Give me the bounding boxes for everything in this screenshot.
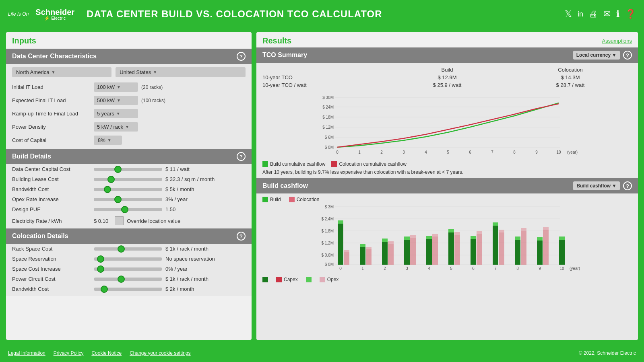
dc-capital-cost-slider[interactable] — [94, 168, 162, 171]
bandwidth-cost-slider[interactable] — [94, 188, 162, 191]
svg-rect-50 — [410, 238, 416, 265]
expected-final-it-load-unit: (100 racks) — [141, 98, 165, 103]
cashflow-bar-chart: $ 3M $ 2.4M $ 1.8M $ 1.2M $ 0.6M $ 0M — [262, 204, 632, 274]
svg-rect-62 — [477, 234, 482, 265]
power-density-dropdown[interactable]: 5 kW / rack ▼ — [94, 122, 138, 132]
svg-rect-73 — [537, 237, 543, 241]
help-icon[interactable]: ❓ — [625, 9, 636, 19]
building-lease-slider[interactable] — [94, 178, 162, 181]
power-circuit-label: Power Circuit Cost — [12, 276, 91, 282]
svg-text:$ 6M: $ 6M — [325, 135, 334, 140]
region-arrow-icon: ▼ — [51, 70, 55, 74]
rack-space-label: Rack Space Cost — [12, 246, 91, 252]
cost-of-capital-row: Cost of Capital 8% ▼ — [6, 134, 252, 149]
building-lease-value: $ 32.3 / sq m / month — [165, 176, 218, 182]
assumptions-link[interactable]: Assumptions — [602, 38, 632, 44]
colocation-help-icon[interactable]: ? — [237, 232, 246, 241]
expected-final-it-load-dropdown[interactable]: 500 kW ▼ — [94, 96, 138, 105]
data-center-help-icon[interactable]: ? — [237, 52, 246, 61]
svg-text:2: 2 — [380, 150, 383, 154]
header: Life Is On Schneider ⚡ Electric DATA CEN… — [0, 0, 644, 28]
rack-space-slider[interactable] — [94, 247, 162, 251]
svg-text:6: 6 — [469, 150, 471, 154]
svg-rect-69 — [515, 237, 520, 240]
print-icon[interactable]: 🖨 — [589, 9, 598, 19]
initial-it-load-unit: (20 racks) — [141, 84, 163, 90]
colo-bandwidth-slider[interactable] — [94, 288, 162, 291]
space-reservation-slider[interactable] — [94, 257, 162, 261]
opex-slider[interactable] — [94, 198, 162, 201]
region-select[interactable]: North America ▼ — [12, 67, 111, 77]
svg-text:$ 1.2M: $ 1.2M — [321, 241, 334, 245]
linkedin-icon[interactable]: in — [578, 10, 583, 19]
page-title: DATA CENTER BUILD VS. COLOCATION TCO CAL… — [87, 8, 565, 20]
info-icon[interactable]: ℹ — [616, 9, 619, 19]
power-circuit-slider[interactable] — [94, 278, 162, 281]
tco-chart-area: $ 30M $ 24M $ 18M $ 12M $ 6M $ 0M 0 1 — [256, 92, 638, 178]
legal-information-link[interactable]: Legal Information — [8, 350, 45, 356]
footer-copyright: © 2022, Schneider Electric — [579, 350, 636, 356]
override-label: Override location value — [127, 218, 180, 224]
opex-label: Opex — [327, 277, 339, 282]
initial-it-load-label: Initial IT Load — [12, 84, 91, 90]
tco-help-icon[interactable]: ? — [623, 51, 632, 60]
build-details-help-icon[interactable]: ? — [237, 152, 246, 161]
svg-text:3: 3 — [406, 266, 408, 271]
design-pue-slider[interactable] — [94, 208, 162, 211]
space-cost-increase-slider[interactable] — [94, 267, 162, 271]
twitter-icon[interactable]: 𝕏 — [565, 9, 572, 19]
svg-text:$ 24M: $ 24M — [322, 105, 334, 109]
svg-text:$ 0M: $ 0M — [325, 145, 334, 150]
electricity-label: Electricity Rate / kWh — [12, 218, 91, 224]
svg-text:10: 10 — [556, 150, 561, 154]
cashflow-dropdown[interactable]: Build cashflow ▼ — [573, 181, 620, 190]
inputs-panel: Inputs Data Center Characteristics ? Nor… — [6, 32, 252, 340]
capex-label: Capex — [284, 277, 298, 282]
power-circuit-row: Power Circuit Cost $ 1k / rack / month — [6, 274, 252, 284]
cashflow-header: Build cashflow Build cashflow ▼ ? — [256, 178, 638, 193]
cashflow-build-legend: Build — [262, 197, 281, 202]
rampup-dropdown[interactable]: 5 years ▼ — [94, 109, 138, 118]
svg-text:7: 7 — [494, 266, 497, 271]
cookie-notice-link[interactable]: Cookie Notice — [91, 350, 122, 356]
logo: Life Is On Schneider ⚡ Electric — [8, 6, 74, 22]
change-cookie-settings-link[interactable]: Change your cookie settings — [130, 350, 190, 356]
dc-capital-cost-value: $ 11 / watt — [165, 166, 218, 172]
cashflow-help-icon[interactable]: ? — [623, 181, 632, 190]
privacy-policy-link[interactable]: Privacy Policy — [54, 350, 84, 356]
expected-final-it-load-row: Expected Final IT Load 500 kW ▼ (100 rac… — [6, 94, 252, 107]
tco-chart-legend: Build cumulative cashflow Colocation cum… — [262, 160, 632, 168]
override-checkbox[interactable] — [115, 216, 124, 225]
svg-rect-77 — [559, 237, 565, 240]
final-load-arrow-icon: ▼ — [117, 98, 121, 103]
svg-rect-44 — [382, 242, 388, 265]
svg-text:$ 18M: $ 18M — [322, 115, 334, 119]
svg-rect-76 — [559, 240, 565, 265]
rack-space-row: Rack Space Cost $ 1k / rack / month — [6, 244, 252, 254]
tco-row2-colo: $ 28.7 / watt — [509, 82, 632, 88]
opex-label: Opex Rate Increase — [12, 196, 91, 202]
opex-colo-color — [320, 277, 325, 282]
currency-button[interactable]: Local currency ▼ — [573, 51, 620, 60]
svg-rect-48 — [404, 240, 410, 265]
country-select[interactable]: United States ▼ — [116, 67, 246, 77]
colo-bandwidth-label: Bandwidth Cost — [12, 286, 91, 292]
email-icon[interactable]: ✉ — [603, 9, 611, 19]
dc-capital-cost-row: Data Center Capital Cost $ 11 / watt — [6, 164, 252, 174]
opex-value: 3% / year — [165, 196, 218, 202]
cost-capital-arrow-icon: ▼ — [107, 138, 111, 142]
initial-it-load-dropdown[interactable]: 100 kW ▼ — [94, 82, 138, 92]
colocation-section-label: Colocation Details — [12, 232, 68, 240]
capex-build-legend — [262, 277, 268, 282]
space-cost-increase-value: 0% / year — [165, 266, 218, 272]
cashflow-chart-area: Build Colocation $ 3M $ 2.4M $ 1.8M $ 1.… — [256, 193, 638, 340]
svg-rect-53 — [426, 236, 432, 239]
space-cost-increase-label: Space Cost Increase — [12, 266, 91, 272]
colo-bandwidth-row: Bandwidth Cost $ 2k / month — [6, 284, 252, 296]
tco-row2-build: $ 25.9 / watt — [386, 82, 509, 88]
tco-row-1: 10-year TCO $ 12.9M $ 14.3M — [262, 74, 632, 81]
results-panel: Results Assumptions TCO Summary Local cu… — [256, 32, 638, 340]
cost-of-capital-dropdown[interactable]: 8% ▼ — [94, 136, 122, 145]
currency-arrow-icon: ▼ — [612, 52, 617, 58]
main-content: Inputs Data Center Characteristics ? Nor… — [0, 28, 644, 344]
